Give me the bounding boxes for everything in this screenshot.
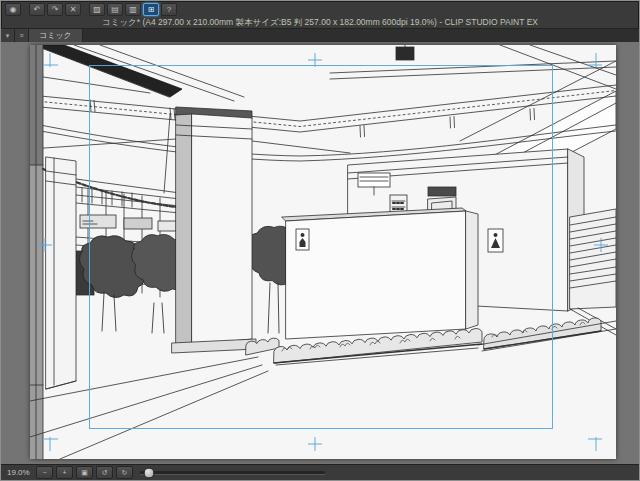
undo-icon[interactable]: ↶ [29, 3, 45, 16]
hanging-sign [396, 47, 414, 60]
canvas-tab-bar: ▾ ≡ コミック [1, 28, 639, 43]
zoom-out-icon[interactable]: − [36, 466, 53, 479]
zoom-in-icon[interactable]: + [56, 466, 73, 479]
clip-studio-home-icon[interactable]: ◉ [5, 3, 21, 16]
tab-menu-icon[interactable]: ▾ [1, 29, 15, 42]
help-icon[interactable]: ? [161, 3, 177, 16]
canvas-page[interactable] [30, 45, 616, 459]
rotate-left-icon[interactable]: ↺ [96, 466, 113, 479]
artwork-linework [30, 45, 616, 459]
fit-screen-icon[interactable]: ▣ [76, 466, 93, 479]
fill-icon[interactable]: ▨ [89, 3, 105, 16]
zoom-percentage: 19.0% [7, 468, 33, 477]
redo-icon[interactable]: ↷ [47, 3, 63, 16]
rotate-right-icon[interactable]: ↻ [116, 466, 133, 479]
pillar-front [192, 114, 252, 345]
snap-special-ruler-icon[interactable]: ▥ [125, 3, 141, 16]
snap-grid-icon[interactable]: ⊞ [143, 3, 159, 16]
window-title: コミック* (A4 297.00 x 210.00mm 製本サイズ:B5 判 2… [1, 16, 639, 28]
delete-icon[interactable]: ✕ [65, 3, 81, 16]
snap-ruler-icon[interactable]: ▤ [107, 3, 123, 16]
tab-list-icon[interactable]: ≡ [15, 29, 29, 42]
air-conditioner [358, 173, 390, 187]
artwork-line-drawing[interactable] [30, 45, 616, 459]
command-bar: ◉ ↶ ↷ ✕ ▨ ▤ ▥ ⊞ ? [1, 1, 639, 16]
dark-ceiling-beam [34, 45, 182, 97]
clip-studio-paint-window: ◉ ↶ ↷ ✕ ▨ ▤ ▥ ⊞ ? コミック* (A4 297.00 x 210… [0, 0, 640, 481]
pillar-side [176, 114, 192, 351]
zoom-slider[interactable] [140, 471, 325, 474]
status-bar: 19.0% − + ▣ ↺ ↻ [1, 464, 639, 480]
zoom-slider-knob[interactable] [144, 467, 155, 478]
canvas-area[interactable] [1, 42, 639, 464]
tab-comic[interactable]: コミック [29, 29, 83, 42]
left-column [46, 157, 76, 389]
front-wall [286, 211, 466, 339]
